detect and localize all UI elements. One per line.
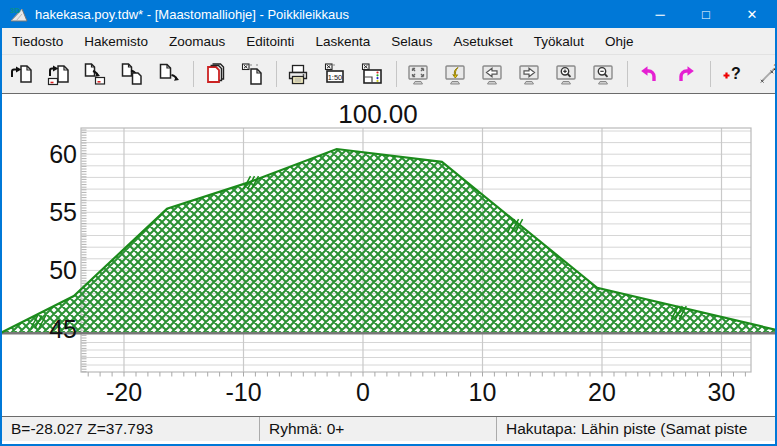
point-numbering-icon: 21 xyxy=(757,62,775,86)
select-file-dialog-icon xyxy=(240,62,264,86)
3d-surface-icon: 3D xyxy=(9,5,29,23)
export-file-icon xyxy=(157,62,181,86)
read-file-dialog-icon xyxy=(46,62,70,86)
menu-bar: TiedostoHakemistoZoomausEditointiLaskent… xyxy=(2,28,775,55)
terrain-surface-area xyxy=(2,149,775,334)
read-file-dialog-button[interactable] xyxy=(45,60,71,88)
status-group: Ryhmä: 0+ xyxy=(260,417,497,441)
x-tick-label: -10 xyxy=(225,378,261,406)
cross-section-plot[interactable]: 45505560-20-100102030100.00 xyxy=(2,94,775,418)
x-tick-label: 10 xyxy=(469,378,497,406)
svg-text:?: ? xyxy=(731,65,741,82)
undo-icon xyxy=(637,62,661,86)
write-file-dialog-button[interactable] xyxy=(82,60,108,88)
write-file-dialog-icon xyxy=(83,62,107,86)
x-tick-label: 0 xyxy=(356,378,370,406)
x-tick-label: 30 xyxy=(708,378,736,406)
toolbar-separator xyxy=(276,61,277,87)
menu-item-asetukset[interactable]: Asetukset xyxy=(453,28,512,54)
next-view-button[interactable] xyxy=(516,60,542,88)
menu-item-editointi[interactable]: Editointi xyxy=(246,28,294,54)
file-list-button[interactable] xyxy=(202,60,228,88)
title-bar: 3D hakekasa.poy.tdw* - [Maastomalliohje]… xyxy=(2,0,775,28)
zoom-in-view-button[interactable] xyxy=(553,60,579,88)
read-file-button[interactable] xyxy=(8,60,34,88)
toolbar-separator xyxy=(193,61,194,87)
toolbar-separator xyxy=(627,61,628,87)
menu-item-tiedosto[interactable]: Tiedosto xyxy=(12,28,63,54)
app-window: 3D hakekasa.poy.tdw* - [Maastomalliohje]… xyxy=(0,0,777,446)
svg-text:21: 21 xyxy=(774,62,776,72)
y-axis-ruler xyxy=(82,130,87,372)
fit-view-button[interactable] xyxy=(405,60,431,88)
redraw-view-icon xyxy=(443,62,467,86)
file-list-icon xyxy=(203,62,227,86)
section-title: 100.00 xyxy=(338,99,418,129)
status-coordinates: B=-28.027 Z=37.793 xyxy=(2,417,260,441)
point-numbering-button[interactable]: 21 xyxy=(756,60,775,88)
toolbar-separator xyxy=(396,61,397,87)
scale-1-50-dialog-button[interactable]: 1:50 xyxy=(322,60,348,88)
close-button[interactable]: ✕ xyxy=(729,0,775,28)
menu-item-selaus[interactable]: Selaus xyxy=(391,28,432,54)
export-file-button[interactable] xyxy=(156,60,182,88)
menu-item-tykalut[interactable]: Työkalut xyxy=(534,28,584,54)
copy-file-button[interactable] xyxy=(119,60,145,88)
redraw-view-button[interactable] xyxy=(442,60,468,88)
redo-icon xyxy=(674,62,698,86)
menu-item-hakemisto[interactable]: Hakemisto xyxy=(84,28,148,54)
print-icon xyxy=(286,62,310,86)
print-button[interactable] xyxy=(285,60,311,88)
previous-view-icon xyxy=(480,62,504,86)
view-settings-dialog-icon xyxy=(360,62,384,86)
fit-view-icon xyxy=(406,62,430,86)
y-tick-label: 50 xyxy=(49,256,77,284)
svg-text:1:50: 1:50 xyxy=(328,73,343,82)
previous-view-button[interactable] xyxy=(479,60,505,88)
toolbar: 1:50?21 xyxy=(2,55,775,93)
status-bar: B=-28.027 Z=37.793 Ryhmä: 0+ Hakutapa: L… xyxy=(2,417,775,441)
window-title: hakekasa.poy.tdw* - [Maastomalliohje] - … xyxy=(35,7,637,22)
read-file-icon xyxy=(9,62,33,86)
minimize-button[interactable]: ─ xyxy=(637,0,683,28)
toolbar-separator xyxy=(710,61,711,87)
y-tick-label: 55 xyxy=(49,198,77,226)
menu-item-zoomaus[interactable]: Zoomaus xyxy=(169,28,225,54)
view-settings-dialog-button[interactable] xyxy=(359,60,385,88)
menu-item-ohje[interactable]: Ohje xyxy=(605,28,634,54)
x-tick-label: -20 xyxy=(106,378,142,406)
menu-item-laskenta[interactable]: Laskenta xyxy=(315,28,370,54)
x-axis-ticks xyxy=(88,372,745,377)
redo-button[interactable] xyxy=(673,60,699,88)
zoom-out-view-icon xyxy=(591,62,615,86)
help-query-button[interactable]: ? xyxy=(719,60,745,88)
select-file-dialog-button[interactable] xyxy=(239,60,265,88)
svg-text:3D: 3D xyxy=(10,6,20,15)
help-query-icon: ? xyxy=(720,62,744,86)
copy-file-icon xyxy=(120,62,144,86)
zoom-out-view-button[interactable] xyxy=(590,60,616,88)
scale-1-50-dialog-icon: 1:50 xyxy=(323,62,347,86)
y-tick-label: 45 xyxy=(49,315,77,343)
cross-section-view[interactable]: 45505560-20-100102030100.00 xyxy=(2,93,775,417)
zoom-in-view-icon xyxy=(554,62,578,86)
y-tick-label: 60 xyxy=(49,140,77,168)
undo-button[interactable] xyxy=(636,60,662,88)
next-view-icon xyxy=(517,62,541,86)
x-tick-label: 20 xyxy=(588,378,616,406)
status-search-mode: Hakutapa: Lähin piste (Samat piste xyxy=(497,417,775,441)
maximize-button[interactable]: □ xyxy=(683,0,729,28)
